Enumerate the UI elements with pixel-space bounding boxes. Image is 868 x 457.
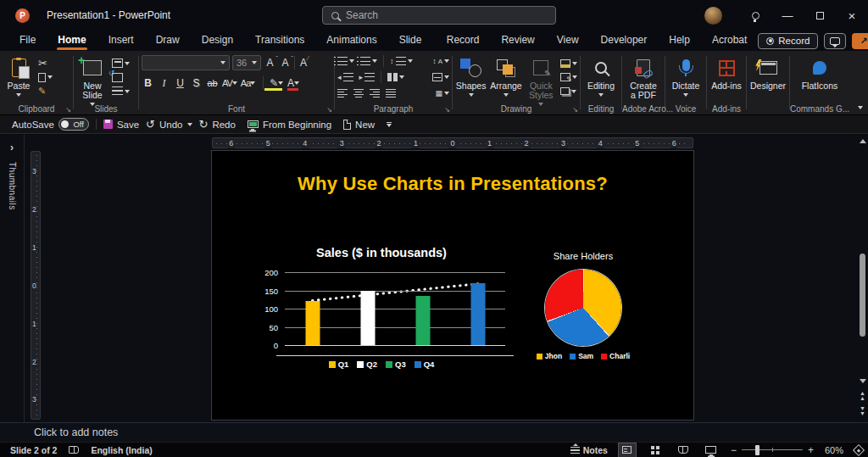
change-case-button[interactable]: Aa [241,76,255,90]
next-slide-button[interactable]: ▼▼ [860,406,866,416]
format-painter-button[interactable]: ✎ [38,85,53,98]
collapse-ribbon-button[interactable] [858,100,863,112]
arrange-button[interactable]: Arrange [490,55,521,97]
slide-number-indicator[interactable]: Slide 2 of 2 [10,445,57,455]
tab-animations[interactable]: Animations [315,31,387,51]
slide-sorter-view-button[interactable] [647,443,664,457]
copy-button[interactable] [38,71,53,84]
slide-canvas[interactable]: Why Use Charts in Presentations? Sales (… [212,151,693,420]
tab-file[interactable]: File [8,31,47,51]
designer-button[interactable]: Designer [749,55,787,91]
align-center-button[interactable] [353,87,364,99]
zoom-in-button[interactable]: + [808,444,814,456]
font-name-combo[interactable] [142,55,230,70]
search-input[interactable] [346,9,515,21]
tab-design[interactable]: Design [191,31,244,51]
fit-slide-to-window-button[interactable] [853,443,865,455]
add-ins-button[interactable]: Add-ins [709,55,743,91]
shape-outline-button[interactable] [560,71,577,84]
font-color-button[interactable]: A [287,76,299,90]
bar-chart-plot[interactable]: 050100150200 [285,272,505,345]
qat-overflow-button[interactable] [387,122,392,127]
strikethrough-button[interactable]: ab [206,76,219,90]
font-size-combo[interactable]: 36 [232,55,261,70]
scrollbar-thumb[interactable] [860,254,865,337]
pie-graphic[interactable] [545,270,621,346]
from-beginning-button[interactable]: From Beginning [248,120,331,130]
thumbnails-collapsed-pane[interactable]: › Thumbnails [0,135,25,422]
undo-button[interactable]: ↺Undo [146,119,192,130]
paste-button[interactable]: Paste [3,55,35,97]
vertical-ruler[interactable]: 3210123 [31,151,41,420]
increase-indent-button[interactable]: ▸ [359,71,376,83]
zoom-slider[interactable] [742,449,803,450]
notes-toggle-button[interactable]: Notes [570,445,608,455]
accessibility-checker-icon[interactable] [69,446,79,454]
previous-slide-button[interactable]: ▲▲ [860,391,866,401]
tell-me-button[interactable] [739,0,771,31]
text-shadow-button[interactable]: S [190,76,203,90]
align-text-button[interactable] [432,71,449,83]
comments-button[interactable] [824,33,846,49]
shrink-font-button[interactable]: Aˇ [279,56,292,70]
justify-button[interactable] [386,87,396,99]
tab-review[interactable]: Review [490,31,545,51]
tab-transitions[interactable]: Transitions [244,31,315,51]
editing-button[interactable]: Editing [583,55,619,97]
restore-button[interactable] [804,0,836,31]
normal-view-button[interactable] [619,443,636,457]
tab-record[interactable]: Record [436,31,491,51]
line-spacing-button[interactable]: ↕ [383,55,413,67]
close-button[interactable]: × [836,0,868,31]
bar-q1[interactable] [305,301,320,345]
new-slide-button[interactable]: New Slide [76,55,108,106]
cut-button[interactable]: ✂ [38,57,53,70]
tab-home[interactable]: Home [47,31,97,51]
section-button[interactable] [112,85,130,98]
convert-to-smartart-button[interactable]: ▦ [435,87,449,99]
scroll-up-icon[interactable] [860,139,866,143]
pie-chart[interactable]: Share Holders JhonSamCharli [515,251,651,370]
numbering-button[interactable] [360,55,377,67]
redo-button[interactable]: ↻Redo [199,119,236,130]
shape-fill-button[interactable] [560,57,577,70]
expand-thumbnails-icon[interactable]: › [10,142,14,153]
user-avatar[interactable] [704,7,722,25]
zoom-level-indicator[interactable]: 60% [825,445,843,455]
decrease-indent-button[interactable]: ◂ [337,71,353,83]
scroll-down-icon[interactable] [860,379,866,383]
tab-insert[interactable]: Insert [97,31,145,51]
tab-view[interactable]: View [546,31,590,51]
vertical-scrollbar[interactable]: ▲▲ ▼▼ [857,135,868,422]
highlight-color-button[interactable]: ✎ [263,76,283,90]
dictate-button[interactable]: Dictate [668,55,704,97]
bullets-button[interactable] [337,55,354,67]
minimize-button[interactable]: — [771,0,804,31]
share-button[interactable]: ↗ Share [852,33,868,49]
create-pdf-button[interactable]: Create a PDF [625,55,662,100]
italic-button[interactable]: I [158,76,170,90]
drawing-dialog-launcher[interactable]: ↘ [572,107,578,114]
slide-title[interactable]: Why Use Charts in Presentations? [212,173,693,195]
notes-pane[interactable]: Click to add notes [0,422,868,442]
tab-slide-show[interactable]: Slide Show [388,31,436,51]
flaticons-button[interactable]: FlatIcons [793,55,847,91]
reading-view-button[interactable] [675,443,692,457]
text-direction-button[interactable]: ↕A [432,55,449,67]
underline-button[interactable]: U [174,76,186,90]
tab-acrobat[interactable]: Acrobat [701,31,758,51]
align-left-button[interactable] [337,87,348,99]
columns-button[interactable] [381,71,404,83]
bar-q4[interactable] [470,283,485,345]
horizontal-ruler[interactable]: 6543210123456 [212,137,693,148]
save-button[interactable]: Save [103,120,139,130]
shapes-button[interactable]: Shapes [455,55,487,97]
autosave-toggle[interactable]: Off [58,118,89,131]
tab-developer[interactable]: Developer [590,31,659,51]
grow-font-button[interactable]: Aˆ [264,56,276,70]
align-right-button[interactable] [370,87,380,99]
shape-effects-button[interactable] [560,85,577,98]
slideshow-view-button[interactable] [703,443,720,457]
clear-formatting-button[interactable]: A⁄ [294,56,307,70]
record-button[interactable]: Record [758,33,818,49]
